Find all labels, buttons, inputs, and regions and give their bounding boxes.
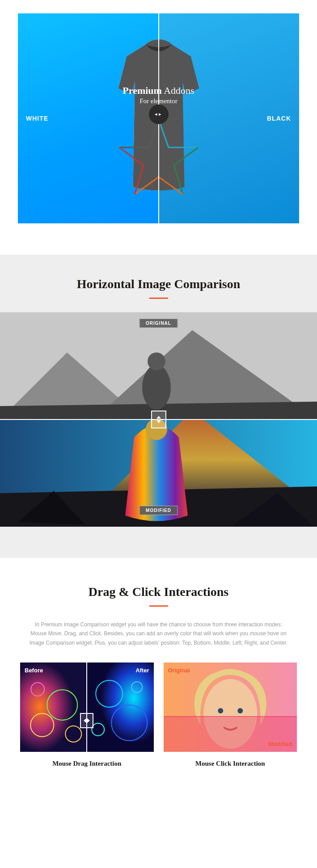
compare-original-pane — [0, 312, 317, 419]
compare-divider — [86, 663, 87, 752]
before-label: WHITE — [26, 115, 48, 122]
section-description: In Premium Image Comparison widget you w… — [29, 620, 288, 647]
card-caption: Mouse Drag Interaction — [20, 760, 154, 767]
section-title: Horizontal Image Comparison — [0, 277, 317, 291]
arrow-left-icon — [84, 718, 86, 723]
svg-point-5 — [142, 365, 171, 410]
arrow-up-icon — [156, 416, 161, 419]
title-underline — [149, 605, 168, 607]
arrow-down-icon — [156, 420, 161, 423]
after-label: After — [135, 667, 149, 674]
section-title: Drag & Click Interactions — [20, 585, 297, 599]
card-click: Original Modified Mouse Click Interactio… — [164, 663, 297, 767]
compare-horizontal[interactable]: ORIGINAL MODIFIED — [0, 312, 317, 527]
svg-point-6 — [148, 352, 165, 370]
arrow-right-icon — [87, 718, 90, 723]
after-label: BLACK — [267, 115, 291, 122]
horizontal-compare-section: Horizontal Image Comparison — [0, 255, 317, 558]
title-underline — [149, 298, 168, 299]
original-label: Original — [168, 667, 190, 674]
modified-label: Modified — [269, 741, 292, 747]
tshirt-compare-section: Premium Addons For elementor WHITE BLACK… — [0, 0, 317, 241]
before-label: Before — [25, 667, 43, 674]
svg-point-26 — [237, 708, 243, 713]
card-drag: Before After Mouse Drag Interaction — [20, 663, 154, 767]
compare-divider-horizontal — [164, 716, 297, 717]
compare-handle-horizontal[interactable] — [151, 411, 166, 428]
original-label: ORIGINAL — [139, 319, 178, 328]
compare-handle[interactable]: ◂▸ — [149, 105, 169, 124]
arrows-left-right-icon: ◂▸ — [155, 111, 163, 117]
compare-vertical[interactable]: Premium Addons For elementor WHITE BLACK… — [18, 13, 299, 223]
card-caption: Mouse Click Interaction — [164, 760, 297, 767]
svg-rect-13 — [20, 663, 87, 752]
compare-click[interactable]: Original Modified — [164, 663, 297, 752]
svg-point-25 — [218, 708, 223, 713]
cards-row: Before After Mouse Drag Interaction — [20, 663, 297, 767]
compare-handle[interactable] — [80, 713, 93, 728]
interactions-section: Drag & Click Interactions In Premium Ima… — [0, 558, 317, 785]
modified-label: MODIFIED — [139, 506, 178, 515]
compare-drag[interactable]: Before After — [20, 663, 154, 752]
